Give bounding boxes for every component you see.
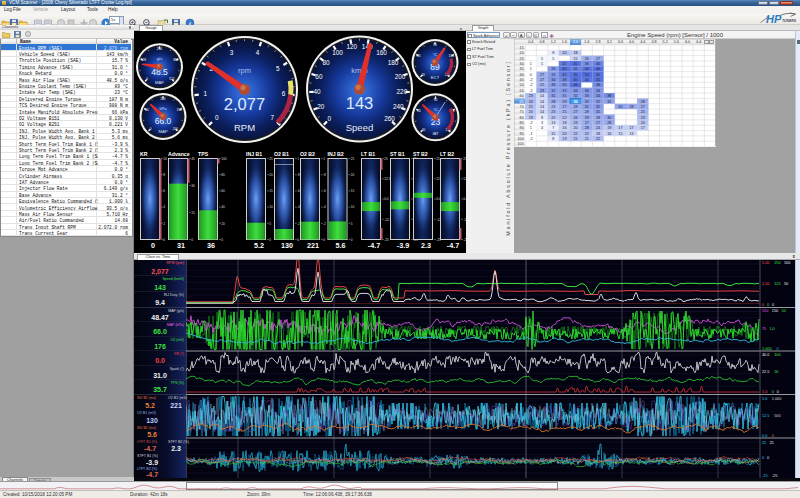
svg-text:23: 23: [551, 110, 555, 114]
svg-text:6.4: 6.4: [696, 40, 701, 44]
svg-text:1: 1: [297, 157, 299, 161]
svg-text:7: 7: [271, 114, 275, 121]
svg-text:6: 6: [163, 189, 165, 193]
svg-text:55: 55: [520, 89, 524, 93]
svg-text:70: 70: [520, 105, 524, 109]
svg-text:0: 0: [269, 238, 271, 242]
svg-text:HP: HP: [766, 13, 782, 25]
svg-text:28: 28: [574, 105, 578, 109]
svg-text:20: 20: [551, 115, 555, 119]
svg-text:34: 34: [596, 94, 600, 98]
svg-text:42: 42: [562, 72, 566, 76]
svg-text:5.6: 5.6: [336, 241, 346, 250]
svg-text:5,00: 5,00: [762, 261, 769, 265]
svg-text:0: 0: [146, 77, 148, 81]
svg-text:15: 15: [551, 131, 555, 135]
svg-text:3: 3: [230, 49, 234, 56]
svg-text:16: 16: [562, 126, 566, 130]
svg-text:8: 8: [552, 137, 554, 141]
svg-text:2.3: 2.3: [171, 445, 181, 452]
svg-text:LTFT B1 (%): LTFT B1 (%): [137, 440, 157, 444]
svg-text:40: 40: [314, 88, 322, 95]
svg-text:33: 33: [551, 83, 555, 87]
svg-text:25: 25: [762, 441, 766, 445]
svg-text:48.47: 48.47: [151, 314, 169, 321]
svg-text:5: 5: [541, 62, 543, 66]
svg-text:2,50: 2,50: [762, 282, 769, 286]
svg-text:33: 33: [562, 89, 566, 93]
svg-text:28: 28: [607, 121, 611, 125]
svg-text:5: 5: [351, 222, 353, 226]
svg-text:25: 25: [562, 110, 566, 114]
svg-text:TUNERS: TUNERS: [782, 19, 797, 23]
svg-text:0: 0: [328, 115, 332, 122]
svg-text:27: 27: [596, 121, 600, 125]
svg-text:256: 256: [157, 47, 163, 51]
svg-text:rpm: rpm: [238, 66, 251, 75]
svg-text:60: 60: [315, 73, 323, 80]
svg-text:-25: -25: [762, 474, 768, 478]
svg-text:1: 1: [530, 67, 532, 71]
svg-text:25: 25: [351, 157, 355, 161]
svg-text:TPS (%): TPS (%): [170, 381, 184, 385]
svg-text:kPa: kPa: [159, 106, 167, 111]
svg-text:50: 50: [520, 83, 524, 87]
svg-text:1: 1: [323, 157, 325, 161]
svg-text:25: 25: [641, 110, 645, 114]
svg-text:31: 31: [596, 110, 600, 114]
svg-text:O2 (mV): O2 (mV): [170, 338, 184, 342]
svg-text:46: 46: [574, 83, 578, 87]
svg-text:O2 B1: O2 B1: [274, 151, 289, 157]
svg-text:0.4: 0.4: [528, 40, 533, 44]
svg-text:.4: .4: [297, 205, 300, 209]
svg-text:°C: °C: [433, 52, 438, 57]
svg-text:200: 200: [395, 73, 406, 80]
svg-text:10: 10: [163, 157, 167, 161]
svg-text:STFT B2 (%): STFT B2 (%): [168, 440, 189, 444]
svg-text:20: 20: [529, 110, 533, 114]
svg-text:32: 32: [585, 99, 589, 103]
svg-text:-40: -40: [420, 73, 425, 77]
svg-text:80: 80: [221, 173, 225, 177]
svg-text:45: 45: [520, 78, 524, 82]
svg-text:1.6: 1.6: [562, 40, 567, 44]
svg-text:5.2: 5.2: [663, 40, 668, 44]
svg-text:32: 32: [596, 105, 600, 109]
svg-text:32: 32: [596, 99, 600, 103]
svg-text:°C: °C: [433, 107, 438, 112]
svg-text:221: 221: [307, 241, 319, 250]
svg-text:27: 27: [540, 72, 544, 76]
svg-text:90: 90: [433, 43, 437, 47]
svg-text:INJ B1 (ms): INJ B1 (ms): [137, 396, 156, 400]
svg-text:1,000: 1,000: [762, 347, 772, 351]
svg-text:50: 50: [145, 108, 149, 112]
svg-text:17: 17: [618, 126, 622, 130]
svg-text:17: 17: [641, 126, 645, 130]
svg-text:40: 40: [221, 205, 225, 209]
svg-text:60: 60: [221, 189, 225, 193]
svg-text:260: 260: [384, 115, 395, 122]
svg-text:31: 31: [585, 105, 589, 109]
svg-text:200: 200: [173, 127, 179, 131]
svg-text:22.5: 22.5: [762, 370, 769, 374]
svg-text:12.5: 12.5: [762, 414, 769, 418]
svg-text:1: 1: [530, 126, 532, 130]
svg-text:-4.7: -4.7: [144, 445, 156, 452]
svg-text:.4: .4: [323, 205, 326, 209]
svg-text:30: 30: [618, 105, 622, 109]
svg-text:TPS: TPS: [198, 151, 209, 157]
svg-text:100: 100: [784, 261, 790, 265]
svg-text:3: 3: [541, 121, 543, 125]
svg-text:34: 34: [585, 89, 589, 93]
svg-text:5: 5: [552, 56, 554, 60]
svg-text:45: 45: [574, 62, 578, 66]
svg-text:25: 25: [384, 157, 388, 161]
svg-text:1: 1: [204, 90, 208, 97]
svg-text:36: 36: [207, 241, 215, 250]
svg-text:31: 31: [607, 99, 611, 103]
svg-text:44: 44: [585, 78, 589, 82]
svg-text:176: 176: [154, 343, 166, 350]
svg-text:60: 60: [520, 94, 524, 98]
svg-text:INJ B2 (ms): INJ B2 (ms): [137, 426, 156, 430]
svg-text:INJ B2: INJ B2: [328, 151, 344, 157]
